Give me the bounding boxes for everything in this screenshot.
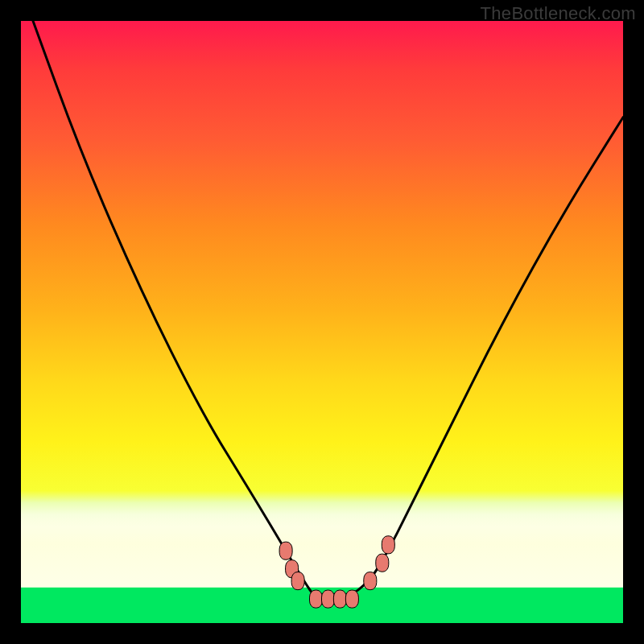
curve-marker	[376, 554, 389, 572]
marker-layer	[21, 21, 623, 623]
curve-marker	[279, 542, 292, 559]
bottleneck-curve	[21, 21, 623, 623]
curve-marker	[310, 590, 323, 608]
curve-marker	[291, 572, 304, 590]
curve-marker	[333, 590, 346, 608]
curve-marker	[364, 572, 377, 590]
pale-yellow-band	[21, 499, 623, 588]
curve-marker	[382, 536, 394, 554]
chart-frame: TheBottleneck.com	[0, 0, 644, 644]
curve-marker	[322, 590, 335, 608]
curve-marker	[286, 560, 299, 578]
curve-marker	[345, 590, 358, 608]
plot-area	[21, 21, 623, 623]
